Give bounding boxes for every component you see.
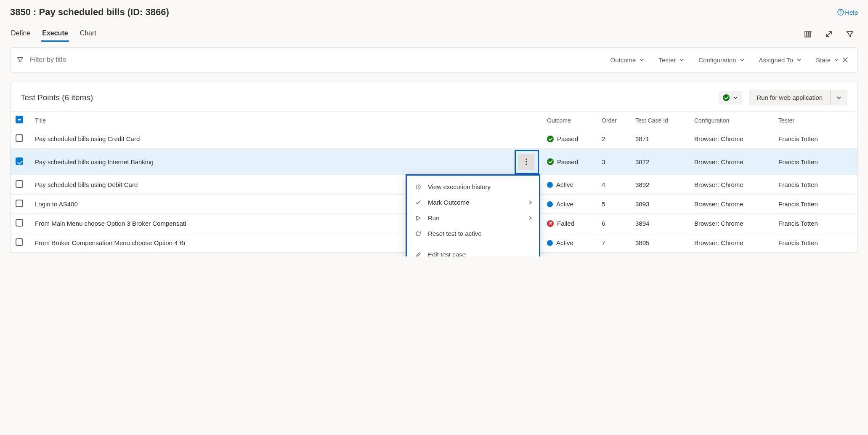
active-icon [547,240,553,246]
test-points-title: Test Points (6 items) [21,93,93,102]
row-title: Pay scheduled bills using Credit Card [35,135,140,142]
outcome-label: Active [556,239,573,246]
reset-icon [414,230,422,237]
chevron-down-icon [796,57,802,62]
row-checkbox[interactable] [16,219,23,227]
chevron-down-icon [679,57,684,62]
table-row[interactable]: Pay scheduled bills using Credit CardPas… [11,129,857,149]
row-checkbox[interactable] [16,134,23,142]
column-header-tester[interactable]: Tester [773,112,857,129]
row-more-button[interactable] [518,154,534,170]
filter-icon[interactable] [845,29,855,39]
chevron-down-icon [733,95,738,100]
help-label: Help [845,9,858,16]
row-checkbox[interactable] [16,180,23,188]
row-order: 7 [597,233,630,253]
row-configuration: Browser: Chrome [689,195,773,214]
menu-item-mark-outcome[interactable]: Mark Outcome [407,195,539,210]
row-context-menu: View execution historyMark OutcomeRunRes… [406,174,540,256]
menu-item-edit-test-case[interactable]: Edit test case [407,247,539,256]
row-testcaseid: 3871 [630,129,689,149]
row-tester: Francis Totten [773,129,857,149]
filter-chip-configuration[interactable]: Configuration [698,56,744,64]
outcome-label: Active [556,181,573,188]
filter-chip-tester[interactable]: Tester [658,56,684,64]
check-icon [414,199,422,206]
page-title: 3850 : Pay scheduled bills (ID: 3866) [10,7,169,18]
select-all-checkbox[interactable] [16,116,23,123]
help-icon: ? [837,9,844,16]
filter-input[interactable] [29,56,611,64]
filter-bar: OutcomeTesterConfigurationAssigned ToSta… [10,47,858,72]
help-link[interactable]: ? Help [837,9,858,16]
failed-icon [547,220,554,227]
passed-icon [547,158,554,165]
row-testcaseid: 3895 [630,233,689,253]
row-title: Pay scheduled bills using Debit Card [35,181,138,188]
row-tester: Francis Totten [773,195,857,214]
clear-filters-icon[interactable] [839,55,852,64]
row-order: 2 [597,129,630,149]
tab-chart[interactable]: Chart [79,27,97,41]
more-vertical-icon [526,158,527,165]
svg-text:?: ? [839,10,842,15]
row-order: 6 [597,214,630,233]
run-dropdown-button[interactable] [830,90,847,105]
active-icon [547,201,553,207]
row-tester: Francis Totten [773,149,857,175]
menu-item-run[interactable]: Run [407,210,539,226]
svg-point-4 [526,163,527,165]
tab-define[interactable]: Define [10,27,31,41]
outcome-label: Failed [557,220,574,227]
row-configuration: Browser: Chrome [689,129,773,149]
table-row[interactable]: Pay scheduled bills using Internet Banki… [11,149,857,175]
svg-point-2 [526,158,527,160]
row-tester: Francis Totten [773,175,857,195]
row-testcaseid: 3892 [630,175,689,195]
passed-icon [547,136,554,142]
active-icon [547,182,553,188]
column-options-icon[interactable] [803,29,812,39]
row-tester: Francis Totten [773,233,857,253]
row-configuration: Browser: Chrome [689,175,773,195]
outcome-status-dropdown[interactable] [719,91,742,104]
column-header-order[interactable]: Order [597,112,630,129]
row-order: 3 [597,149,630,175]
menu-item-reset-test-to-active[interactable]: Reset test to active [407,226,539,241]
outcome-label: Active [556,200,573,208]
column-header-title[interactable]: Title [30,112,542,129]
column-header-outcome[interactable]: Outcome [542,112,597,129]
row-order: 4 [597,175,630,195]
tab-execute[interactable]: Execute [41,27,69,41]
row-checkbox[interactable] [16,200,23,207]
edit-icon [414,251,422,257]
row-title: Pay scheduled bills using Internet Banki… [35,158,154,165]
row-title: From Broker Compensation Menu choose Opt… [35,239,186,246]
row-testcaseid: 3894 [630,214,689,233]
row-order: 5 [597,195,630,214]
column-header-configuration[interactable]: Configuration [689,112,773,129]
row-configuration: Browser: Chrome [689,149,773,175]
row-checkbox[interactable] [16,157,23,165]
row-tester: Francis Totten [773,214,857,233]
menu-separator [414,244,532,244]
menu-item-view-execution-history[interactable]: View execution history [407,179,539,195]
run-button[interactable]: Run for web application [749,90,830,105]
chevron-down-icon [836,95,841,100]
column-header-testcaseid[interactable]: Test Case Id [630,112,689,129]
chevron-right-icon [528,200,532,205]
history-icon [414,184,422,190]
svg-point-3 [526,161,527,162]
chevron-down-icon [740,57,745,62]
filter-chip-outcome[interactable]: Outcome [611,56,645,64]
row-checkbox[interactable] [16,238,23,246]
expand-icon[interactable] [824,29,833,39]
chevron-down-icon [834,57,839,62]
filter-chip-state[interactable]: State [816,56,839,64]
filter-chip-assigned-to[interactable]: Assigned To [759,56,802,64]
row-configuration: Browser: Chrome [689,233,773,253]
row-title: Login to AS400 [35,200,78,208]
row-testcaseid: 3872 [630,149,689,175]
play-icon [414,215,422,222]
row-title: From Main Menu choose Option 3 Broker Co… [35,220,186,227]
